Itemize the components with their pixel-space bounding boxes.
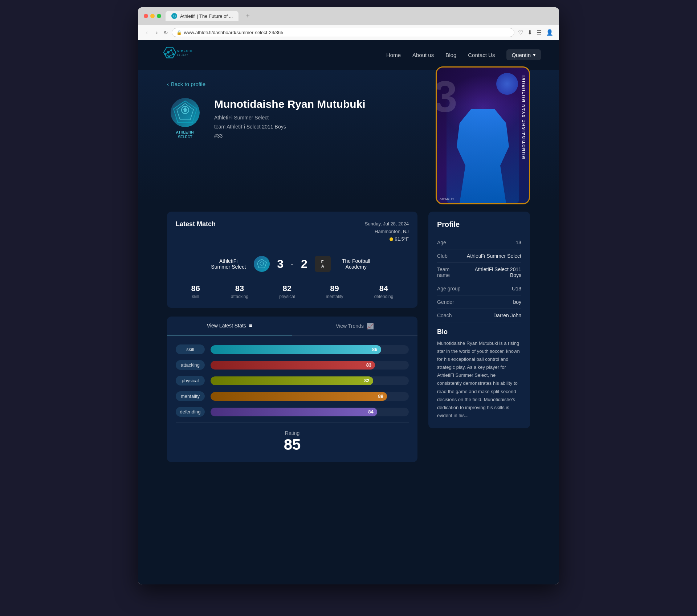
player-club: AthletiFi Summer Select team AthletiFi S… (214, 113, 366, 141)
tab-view-trends[interactable]: View Trends 📈 (292, 317, 417, 335)
stat-mentality-value: 89 (326, 284, 343, 293)
team-badge-svg (172, 100, 198, 125)
player-name: Munotidaishe Ryan Mutubuki (214, 98, 366, 110)
tab-latest-stats[interactable]: View Latest Stats ≡ (167, 317, 292, 335)
window-controls (144, 14, 161, 18)
chevron-left-icon: ‹ (167, 81, 169, 87)
profile-row-gender: Gender boy (437, 295, 521, 309)
close-button[interactable] (144, 14, 148, 18)
rating-label: Rating (176, 430, 409, 436)
browser-addressbar: ‹ › ↻ 🔒 www.athleti.fi/dashboard/summer-… (138, 25, 559, 40)
forward-nav-button[interactable]: › (154, 29, 160, 37)
browser-window: ⬡ Athletifi | The Future of ... + ‹ › ↻ … (138, 7, 559, 584)
stat-physical-value: 82 (279, 284, 295, 293)
player-details: Munotidaishe Ryan Mutubuki AthletiFi Sum… (214, 98, 366, 141)
latest-match-title: Latest Match (176, 220, 216, 228)
profile-row-agegroup: Age group U13 (437, 282, 521, 295)
card-player-figure (447, 94, 519, 203)
skill-label-defending: defending (176, 407, 205, 417)
stat-defending: 84 defending (374, 284, 394, 299)
profile-val-age: 13 (515, 240, 521, 245)
profile-key-team: Team name (437, 266, 463, 278)
svg-text:SELECT: SELECT (177, 54, 189, 56)
player-card-visual: 3 MUNOTIDAISHE RYAN MUTUBUKI ATHLETIFI (436, 66, 530, 204)
stat-skill: 86 skill (191, 284, 200, 299)
rating-section: Rating 85 (176, 423, 409, 453)
nav-user-menu[interactable]: Quentin ▾ (506, 49, 541, 60)
home-team-logo-svg (256, 258, 267, 269)
app-content: ATHLETIFI SELECT Home About us Blog Cont… (138, 40, 559, 584)
temperature-value: 91.5°F (395, 236, 409, 243)
tab-view-trends-label: View Trends (336, 323, 364, 329)
profile-val-agegroup: U13 (512, 286, 521, 291)
match-location: Hammonton, NJ (365, 228, 409, 236)
home-score: 3 (277, 257, 284, 271)
card-moon-decoration (496, 73, 518, 95)
home-team-logo (254, 256, 270, 272)
menu-button[interactable]: ☰ (537, 29, 542, 36)
back-nav-button[interactable]: ‹ (144, 29, 150, 37)
rating-value: 85 (176, 436, 409, 453)
skill-label-skill: skill (176, 344, 205, 354)
profile-val-team: AthletiFi Select 2011 Boys (463, 266, 521, 278)
away-team-logo: FA (315, 256, 331, 272)
bar-container-physical: 82 (211, 376, 409, 385)
download-button[interactable]: ⬇ (527, 29, 532, 36)
skill-bar-row-physical: physical 82 (176, 376, 409, 385)
browser-titlebar: ⬡ Athletifi | The Future of ... + (138, 7, 559, 25)
nav-blog[interactable]: Blog (445, 52, 456, 58)
match-meta: Sunday, Jul 28, 2024 Hammonton, NJ 91.5°… (365, 220, 409, 243)
tabs-section: View Latest Stats ≡ View Trends 📈 skill (167, 317, 417, 462)
stat-mentality-label: mentality (326, 294, 343, 299)
main-content: Latest Match Sunday, Jul 28, 2024 Hammon… (138, 201, 559, 473)
url-text: www.athleti.fi/dashboard/summer-select-2… (184, 30, 284, 35)
bar-fill-mentality: 89 (211, 392, 387, 401)
svg-point-18 (260, 262, 264, 265)
badge-text: ATHLETIFISELECT (167, 130, 203, 139)
svg-marker-17 (257, 259, 266, 268)
lock-icon: 🔒 (176, 30, 182, 35)
stat-attacking: 83 attacking (231, 284, 248, 299)
bar-container-defending: 84 (211, 408, 409, 416)
latest-match-card: Latest Match Sunday, Jul 28, 2024 Hammon… (167, 212, 417, 308)
reload-button[interactable]: ↻ (164, 30, 168, 36)
stat-skill-value: 86 (191, 284, 200, 293)
browser-tab[interactable]: ⬡ Athletifi | The Future of ... (166, 11, 239, 21)
card-player-name: MUNOTIDAISHE RYAN MUTUBUKI (522, 75, 526, 159)
nav-home[interactable]: Home (386, 52, 401, 58)
svg-line-8 (169, 54, 174, 56)
skill-bar-row-defending: defending 84 (176, 407, 409, 417)
right-column: Profile Age 13 Club AthletiFi Summer Sel… (428, 212, 530, 462)
address-bar[interactable]: 🔒 www.athleti.fi/dashboard/summer-select… (172, 28, 514, 37)
bar-container-attacking: 83 (211, 361, 409, 370)
stat-skill-label: skill (191, 294, 200, 299)
tabs-content: skill 86 attacking 83 physic (167, 336, 417, 462)
hero-section: ‹ Back to profile ATHLETIFISELECT (138, 70, 559, 201)
tab-favicon: ⬡ (171, 13, 177, 19)
bar-fill-skill: 86 (211, 345, 381, 354)
bar-fill-physical: 82 (211, 376, 373, 385)
minimize-button[interactable] (150, 14, 155, 18)
bio-section: Bio Munotidaishe Ryan Mutubuki is a risi… (437, 322, 521, 420)
athletifi-logo: ATHLETIFI SELECT (156, 46, 192, 64)
away-team-abbr: FA (321, 260, 324, 268)
team-badge-icon (171, 98, 200, 127)
skill-bar-row-attacking: attacking 83 (176, 360, 409, 370)
stats-icon: ≡ (249, 322, 252, 329)
tab-latest-stats-label: View Latest Stats (207, 323, 246, 329)
bar-fill-defending: 84 (211, 408, 377, 416)
new-tab-button[interactable]: + (243, 12, 253, 20)
nav-about[interactable]: About us (412, 52, 434, 58)
bio-title: Bio (437, 328, 521, 336)
stat-mentality: 89 mentality (326, 284, 343, 299)
profile-key-gender: Gender (437, 299, 454, 305)
profile-button[interactable]: 👤 (546, 29, 553, 36)
chevron-down-icon: ▾ (533, 52, 536, 58)
nav-contact[interactable]: Contact Us (468, 52, 495, 58)
maximize-button[interactable] (157, 14, 161, 18)
profile-val-club: AthletiFi Summer Select (467, 253, 521, 259)
bookmark-button[interactable]: ♡ (518, 29, 523, 36)
skill-label-physical: physical (176, 376, 205, 385)
nav-links: Home About us Blog Contact Us Quentin ▾ (386, 49, 541, 60)
browser-actions: ♡ ⬇ ☰ 👤 (518, 29, 553, 36)
